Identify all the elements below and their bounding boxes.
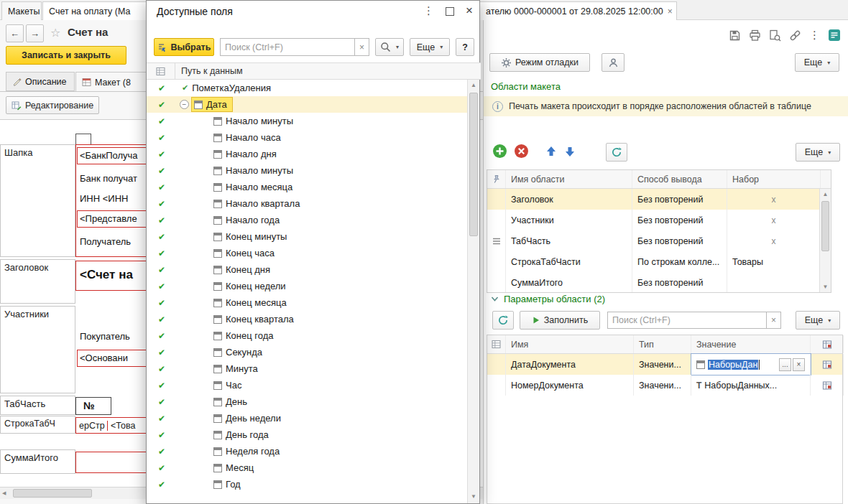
preview-icon[interactable] [769,29,781,42]
more-commands-icon[interactable]: ⋮ [809,29,820,42]
tree-item-9[interactable]: ✔Конец минуты [147,228,469,245]
areas-col-set[interactable]: Набор [727,170,821,188]
row-check-icon[interactable]: ✔ [147,314,177,325]
tree-item-22[interactable]: ✔Неделя года [147,443,469,459]
scrollbar-thumb[interactable] [821,201,829,251]
cell-text[interactable]: Покупатель [80,331,130,342]
select-button[interactable]: Выбрать [154,38,214,56]
save-icon[interactable] [729,29,741,42]
cell-text[interactable]: <Представле [80,213,137,224]
tree-item-23[interactable]: ✔Месяц [147,459,469,476]
row-check-icon[interactable]: ✔ [147,215,177,225]
params-search-input[interactable] [607,312,767,329]
row-check-icon[interactable]: ✔ [147,116,177,126]
area-set-clear-button[interactable]: x [727,230,821,251]
row-check-icon[interactable]: ✔ [147,331,177,341]
discussions-icon[interactable] [828,29,841,42]
scrollbar-thumb[interactable] [13,489,92,498]
tab-layouts[interactable]: Макеты × [1,1,42,20]
clear-value-button[interactable]: × [793,358,805,371]
tree-item-5[interactable]: ✔Начало минуты [147,162,469,179]
params-section-header[interactable]: Параметры области (2) [491,294,605,304]
tree-item-13[interactable]: ✔Конец месяца [147,294,469,311]
param-picker-cell[interactable] [811,354,844,375]
row-check-icon[interactable]: ✔ [147,232,177,242]
tab-invoice-layout-right[interactable]: ателю 0000-000001 от 29.08.2025 12:00:00… [480,1,677,21]
move-down-icon[interactable] [563,144,577,159]
param-value[interactable]: Т НаборыДанных... [691,375,811,396]
params-rows-header[interactable] [487,335,506,353]
section-label-summa[interactable]: СуммаИтого [0,449,75,474]
tree-item-3[interactable]: ✔Начало часа [147,129,469,146]
fields-search-input[interactable] [220,38,355,56]
link-icon[interactable] [789,29,801,42]
area-row-4[interactable]: СуммаИтогоБез повторений [487,272,831,293]
dialog-close-icon[interactable]: × [466,4,473,18]
cell-number-header[interactable]: № [75,397,111,415]
row-check-icon[interactable]: ✔ [147,480,177,490]
params-col-value[interactable]: Значение [691,335,811,353]
scroll-down-icon[interactable]: ▼ [468,491,479,502]
cell-text[interactable]: Банк получат [80,173,137,184]
row-check-icon[interactable]: ✔ [147,100,177,110]
param-picker-cell[interactable] [811,375,844,396]
area-set-clear-button[interactable]: x [727,210,821,230]
path-column-header[interactable]: Путь к данным [175,66,243,76]
row-check-icon[interactable]: ✔ [147,397,177,407]
section-label-uchastniki[interactable]: Участники [0,306,75,393]
tree-item-8[interactable]: ✔Начало года [147,212,469,228]
scroll-up-icon[interactable]: ▲ [820,189,831,200]
section-label-stroka[interactable]: СтрокаТабЧ [0,416,75,434]
more-button-areas[interactable]: Еще▾ [796,143,840,162]
dialog-menu-icon[interactable]: ⋮ [423,4,434,17]
tree-item-19[interactable]: ✔День [147,393,469,410]
row-check-icon[interactable]: ✔ [147,430,177,440]
debug-mode-button[interactable]: Режим отладки [489,53,590,72]
choose-button[interactable]: ... [779,358,791,371]
row-check-icon[interactable]: ✔ [147,463,177,473]
tree-item-17[interactable]: ✔Минута [147,360,469,377]
tree-item-11[interactable]: ✔Конец дня [147,261,469,278]
tree-item-10[interactable]: ✔Конец часа [147,245,469,261]
row-check-icon[interactable]: ✔ [147,83,177,93]
area-row-3[interactable]: СтрокаТабЧастиПо строкам колле...Товары [487,251,831,272]
scroll-left-icon[interactable]: ◀ [2,490,6,496]
row-check-icon[interactable]: ✔ [147,133,177,143]
row-check-icon[interactable]: ✔ [147,364,177,374]
help-button[interactable]: ? [456,38,474,56]
row-check-icon[interactable]: ✔ [147,281,177,291]
areas-col-name[interactable]: Имя области [506,170,632,188]
row-check-icon[interactable]: ✔ [147,149,177,159]
tab-layout[interactable]: Макет (8 [75,72,147,92]
row-check-icon[interactable]: ✔ [147,447,177,457]
forward-button[interactable]: → [26,24,44,42]
row-check-icon[interactable]: ✔ [147,199,177,209]
refresh-params-button[interactable] [492,311,514,330]
param-value-editor[interactable]: НаборыДан ... × [691,354,811,375]
dialog-more-button[interactable]: Еще▾ [410,38,450,56]
more-button-top[interactable]: Еще▾ [795,53,839,72]
row-check-icon[interactable]: ✔ [147,414,177,424]
params-col-type[interactable]: Тип [634,335,691,353]
params-col-picker[interactable] [811,335,844,353]
cell-text[interactable]: ИНН <ИНН [80,193,128,204]
tree-item-12[interactable]: ✔Конец недели [147,278,469,294]
scrollbar-thumb[interactable] [469,93,478,236]
tree-item-21[interactable]: ✔День года [147,426,469,443]
params-search-clear-button[interactable]: × [767,312,781,329]
search-options-button[interactable]: ▾ [375,38,404,56]
check-column-header[interactable] [147,63,175,79]
tree-item-16[interactable]: ✔Секунда [147,344,469,360]
tree-item-14[interactable]: ✔Конец квартала [147,311,469,327]
areas-col-output[interactable]: Способ вывода [632,170,727,188]
remove-area-icon[interactable] [514,144,529,159]
row-check-icon[interactable]: ✔ [147,182,177,192]
row-check-icon[interactable]: ✔ [147,248,177,258]
row-check-icon[interactable]: ✔ [147,298,177,308]
cell-text[interactable]: <Счет на [80,268,133,282]
tree-item-15[interactable]: ✔Конец года [147,327,469,344]
area-row-1[interactable]: УчастникиБез повторенийx [487,210,831,230]
tree-item-18[interactable]: ✔Час [147,377,469,393]
section-label-zagolovok[interactable]: Заголовок [0,259,75,304]
search-clear-button[interactable]: × [355,38,369,56]
